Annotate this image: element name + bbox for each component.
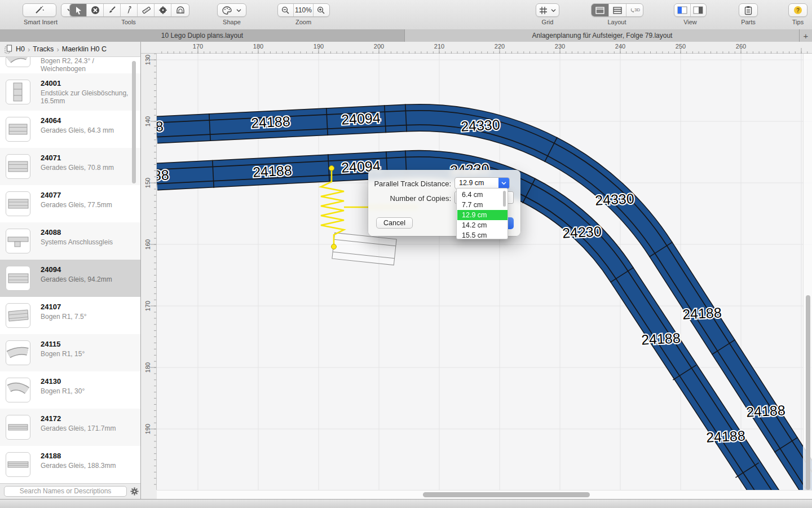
svg-text:24188: 24188 xyxy=(745,402,785,420)
ruler-number: 190 xyxy=(140,422,155,436)
dropdown-button[interactable] xyxy=(498,178,509,189)
distance-options-list: 6.4 cm 7.7 cm 12.9 cm 14.2 cm 15.5 cm xyxy=(456,188,508,239)
grid-icon xyxy=(539,6,548,15)
measure-tool-button[interactable] xyxy=(138,4,155,16)
brush-icon xyxy=(108,6,117,15)
cut-tool-button[interactable] xyxy=(155,4,171,16)
list-item-partial[interactable]: Bogen R2, 24.3° /Weichenbogen xyxy=(0,57,140,73)
vertical-scroll-thumb[interactable] xyxy=(806,295,810,490)
ruler-number: 130 xyxy=(140,52,155,67)
option-15-5[interactable]: 15.5 cm xyxy=(457,230,508,240)
add-tab-button[interactable]: + xyxy=(799,29,812,42)
option-7-7[interactable]: 7.7 cm xyxy=(457,200,508,210)
svg-text:24188: 24188 xyxy=(157,118,164,136)
tab-lego-duplo[interactable]: 10 Lego Duplo plans.layout xyxy=(0,29,405,42)
left-sidebar-icon xyxy=(677,6,687,14)
track-thumbnail xyxy=(6,154,30,179)
list-item-24188[interactable]: 24188 Gerades Gleis, 188.3mm xyxy=(0,446,140,483)
cancel-button[interactable]: Cancel xyxy=(376,217,413,229)
canvas-horizontal-scrollbar[interactable] xyxy=(157,490,812,499)
distance-label: Parallel Track Distance: xyxy=(368,179,451,188)
spring-anchor-dot[interactable] xyxy=(329,166,334,171)
sidebar-scrollbar[interactable] xyxy=(132,61,136,183)
toggle-left-sidebar-button[interactable] xyxy=(674,4,691,16)
option-12-9-selected[interactable]: 12.9 cm xyxy=(457,210,508,220)
track-thumbnail xyxy=(6,57,30,67)
horizontal-ruler: 170 180 190 200 210 220 230 240 250 260 xyxy=(141,42,812,54)
track-id: 24130 xyxy=(41,377,61,386)
layout-list-button[interactable] xyxy=(609,4,626,16)
zoom-in-button[interactable] xyxy=(314,4,329,16)
zoom-in-icon xyxy=(317,6,325,15)
ruler-number: 170 xyxy=(140,299,155,313)
list-item-24001[interactable]: 24001 Endstück zur Gleisböschung, 16.5mm xyxy=(0,73,140,111)
app-window: Smart Insert Tools Shape 110% Zoom Grid xyxy=(0,0,812,508)
track-desc: Bogen R1, 30° xyxy=(41,387,134,395)
list-item-24071[interactable]: 24071 Gerades Gleis, 70.8 mm xyxy=(0,148,140,185)
eyedropper-tool-button[interactable] xyxy=(121,4,138,16)
list-item-24064[interactable]: 24064 Gerades Gleis, 64.3 mm xyxy=(0,111,140,148)
canvas-vertical-scrollbar[interactable] xyxy=(803,54,812,490)
breadcrumb-library[interactable]: Maerklin H0 C xyxy=(62,45,107,53)
list-item-24077[interactable]: 24077 Gerades Gleis, 77.5mm xyxy=(0,185,140,222)
paint-tool-button[interactable] xyxy=(104,4,121,16)
list-item-24172[interactable]: 24172 Gerades Gleis, 171.7mm xyxy=(0,409,140,446)
track-id: 24064 xyxy=(41,116,61,125)
zoom-out-button[interactable] xyxy=(278,4,294,16)
list-item-24107[interactable]: 24107 Bogen R1, 7.5° xyxy=(0,297,140,334)
layout-3d-button[interactable]: 3D xyxy=(626,4,643,16)
status-bar xyxy=(0,499,812,508)
tab-bar: 10 Lego Duplo plans.layout Anlagenplanun… xyxy=(0,29,812,42)
breadcrumb-tracks[interactable]: Tracks xyxy=(33,45,54,53)
magic-wand-icon xyxy=(34,6,45,15)
tips-button[interactable]: ? xyxy=(788,3,807,17)
list-item-24088[interactable]: 24088 Systems Anschlussgleis xyxy=(0,222,140,260)
track-id: 24071 xyxy=(41,154,61,162)
track-list: Bogen R2, 24.3° /Weichenbogen 24001 Ends… xyxy=(0,57,140,483)
distance-dropdown[interactable]: 12.9 cm xyxy=(454,177,510,189)
option-6-4[interactable]: 6.4 cm xyxy=(457,190,508,200)
tools-segmented-control xyxy=(69,3,189,17)
palette-icon xyxy=(222,6,232,15)
horizontal-scroll-thumb[interactable] xyxy=(423,492,590,497)
option-14-2[interactable]: 14.2 cm xyxy=(457,220,508,230)
zoom-value[interactable]: 110% xyxy=(294,4,313,16)
toggle-right-sidebar-button[interactable] xyxy=(691,4,707,16)
tab-anlagenplanung[interactable]: Anlagenplanung für Aufsteiger, Folge 79.… xyxy=(405,29,800,42)
track-desc: Gerades Gleis, 171.7mm xyxy=(41,424,134,432)
ruler-number: 230 xyxy=(551,43,568,50)
document-icon xyxy=(5,45,12,54)
shape-button[interactable] xyxy=(217,3,246,17)
list-item-24094-selected[interactable]: 24094 Gerades Gleis, 94.2mm xyxy=(0,260,140,297)
plan-view-icon xyxy=(595,7,604,14)
list-item-24115[interactable]: 24115 Bogen R1, 15° xyxy=(0,334,140,371)
spring-target-dot[interactable] xyxy=(332,244,337,249)
cursor-icon xyxy=(74,6,82,15)
svg-text:3D: 3D xyxy=(634,7,640,12)
track-thumbnail xyxy=(6,191,30,216)
zoom-control: 110% xyxy=(277,3,330,17)
svg-text:24094: 24094 xyxy=(341,110,381,128)
delete-tool-button[interactable] xyxy=(87,4,104,16)
ruler-number: 240 xyxy=(612,43,629,50)
options-scrollbar[interactable] xyxy=(503,191,506,207)
svg-text:24188: 24188 xyxy=(252,162,292,180)
gear-icon[interactable] xyxy=(130,487,139,496)
breadcrumb-root[interactable]: H0 xyxy=(16,45,25,53)
tunnel-tool-button[interactable] xyxy=(171,4,189,16)
layout-segmented-control: 3D xyxy=(591,3,643,17)
help-icon: ? xyxy=(793,6,802,15)
grid-button[interactable] xyxy=(536,3,559,17)
list-item-24130[interactable]: 24130 Bogen R1, 30° xyxy=(0,371,140,409)
search-input[interactable]: Search Names or Descriptions xyxy=(4,486,127,497)
zoom-out-icon xyxy=(281,6,290,15)
layout-canvas[interactable]: 24188 24188 24094 24330 24330 24188 2418… xyxy=(157,54,812,490)
cursor-tool-button[interactable] xyxy=(70,4,87,16)
layout-plan-button[interactable] xyxy=(592,4,609,16)
tunnel-icon xyxy=(176,6,185,15)
ruler-bottom-corner xyxy=(141,490,157,499)
smart-insert-button[interactable] xyxy=(23,3,56,17)
parts-button[interactable] xyxy=(739,3,758,17)
track-thumbnail xyxy=(6,266,30,291)
ruler-icon xyxy=(142,6,151,15)
